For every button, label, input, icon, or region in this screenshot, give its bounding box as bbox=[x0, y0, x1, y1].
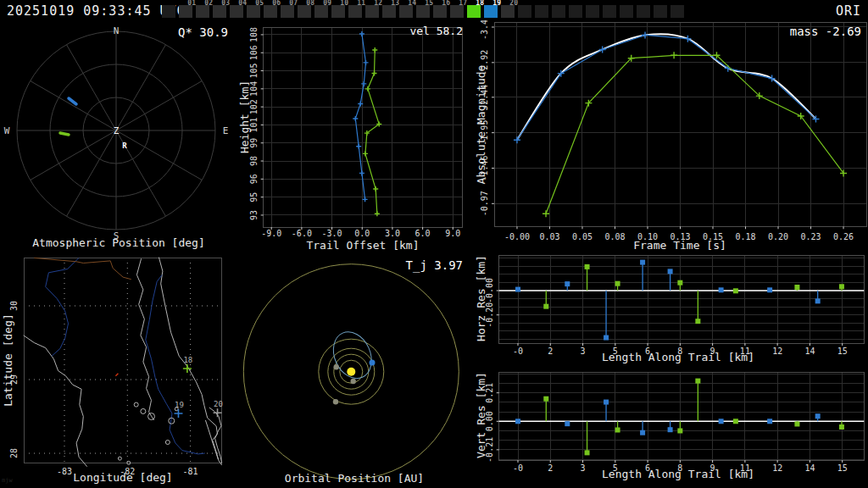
frame-thumb-09[interactable]: 09 bbox=[314, 0, 330, 20]
frame-box bbox=[348, 5, 362, 18]
frame-thumb-11[interactable]: 11 bbox=[348, 0, 364, 20]
frame-box bbox=[264, 5, 277, 18]
coastline-0 bbox=[24, 336, 87, 467]
coastline-3 bbox=[209, 408, 222, 463]
frame-thumb-10[interactable]: 10 bbox=[331, 0, 347, 20]
frame-thumb-06[interactable]: 06 bbox=[264, 0, 279, 20]
tisserand-annotation: T_j 3.97 bbox=[406, 258, 463, 272]
svg-text:6.0: 6.0 bbox=[415, 229, 431, 238]
frame-thumb-02[interactable]: 02 bbox=[196, 0, 211, 20]
frame-thumb-blank bbox=[654, 0, 669, 20]
shower-code: ORI bbox=[836, 3, 861, 19]
svg-text:30: 30 bbox=[9, 301, 19, 311]
svg-text:3: 3 bbox=[581, 347, 586, 356]
frame-number: 01 bbox=[187, 0, 196, 7]
frame-box bbox=[433, 5, 447, 18]
frame-thumb-14[interactable]: 14 bbox=[399, 0, 415, 20]
svg-text:14: 14 bbox=[804, 463, 815, 473]
mass-annotation: mass -2.69 bbox=[790, 25, 861, 38]
planet bbox=[333, 399, 338, 404]
svg-text:-3.41: -3.41 bbox=[480, 20, 489, 40]
frame-thumb-15[interactable]: 15 bbox=[416, 0, 431, 20]
frame-thumb-blank bbox=[620, 0, 635, 20]
radiant-label: R bbox=[122, 141, 127, 150]
frame-thumb-18[interactable]: 18 bbox=[467, 0, 482, 20]
frame-thumb-17[interactable]: 17 bbox=[450, 0, 465, 20]
grid bbox=[494, 23, 866, 227]
frame-number: 04 bbox=[238, 0, 247, 7]
frame-box bbox=[281, 5, 294, 18]
frame-thumb-16[interactable]: 16 bbox=[433, 0, 448, 20]
svg-text:9.0: 9.0 bbox=[445, 229, 460, 238]
fit-curve bbox=[517, 34, 816, 140]
svg-text:0.05: 0.05 bbox=[572, 232, 593, 241]
frame-number: 17 bbox=[459, 0, 467, 7]
frame-box bbox=[162, 5, 175, 18]
frame-thumb-blank bbox=[637, 0, 652, 20]
map-ylabel: Latitude [deg] bbox=[2, 313, 14, 407]
lake bbox=[134, 402, 138, 407]
map-xlabel: Longitude [deg] bbox=[73, 471, 172, 484]
east-label: E bbox=[223, 125, 229, 136]
frame-number: 10 bbox=[340, 0, 348, 7]
svg-text:15: 15 bbox=[837, 463, 848, 473]
svg-text:-0.00: -0.00 bbox=[504, 232, 530, 241]
frame-box bbox=[620, 5, 633, 18]
frame-thumb-blank bbox=[518, 0, 533, 20]
river-1 bbox=[146, 274, 205, 454]
frame-number: 02 bbox=[204, 0, 213, 7]
frame-number: 11 bbox=[357, 0, 365, 7]
svg-text:105: 105 bbox=[249, 64, 259, 79]
frame-thumb-01[interactable]: 01 bbox=[179, 0, 194, 20]
svg-text:-6.0: -6.0 bbox=[292, 229, 312, 238]
site-blue-stems bbox=[515, 260, 821, 341]
site-blue-series bbox=[514, 31, 820, 143]
q-value-annotation: Q* 30.9 bbox=[178, 25, 228, 39]
trail-ylabel: Height [km] bbox=[238, 80, 251, 153]
frame-thumb-07[interactable]: 07 bbox=[281, 0, 296, 20]
mag-xlabel: Frame Time [s] bbox=[633, 239, 726, 252]
site-blue-series bbox=[353, 31, 368, 202]
frame-thumb-12[interactable]: 12 bbox=[365, 0, 381, 20]
frame-thumb-13[interactable]: 13 bbox=[382, 0, 398, 20]
magnitude-chart: -0.000.030.050.080.100.130.150.180.200.2… bbox=[475, 20, 868, 254]
zenith-label: Z bbox=[114, 125, 120, 136]
frame-number: 13 bbox=[391, 0, 399, 7]
frame-box bbox=[399, 5, 413, 18]
frame-box bbox=[603, 5, 616, 18]
svg-text:-3.0: -3.0 bbox=[322, 229, 342, 238]
frame-box bbox=[535, 5, 548, 18]
green-meteor-streak bbox=[60, 133, 69, 135]
frame-number: 19 bbox=[492, 0, 501, 7]
frame-box bbox=[179, 5, 192, 18]
frame-marker-label-18: 18 bbox=[183, 356, 192, 364]
mag-ylabel: Absolute Magnitude bbox=[475, 65, 487, 185]
svg-text:2: 2 bbox=[548, 463, 553, 473]
frame-thumb-19[interactable]: 19 bbox=[484, 0, 499, 20]
svg-text:-83: -83 bbox=[57, 467, 72, 476]
frame-thumb-20[interactable]: 20 bbox=[501, 0, 516, 20]
frame-thumb-03[interactable]: 03 bbox=[213, 0, 228, 20]
svg-text:0.20: 0.20 bbox=[768, 232, 788, 241]
svg-text:108: 108 bbox=[249, 27, 259, 42]
frame-thumb-04[interactable]: 04 bbox=[230, 0, 245, 20]
svg-text:3: 3 bbox=[581, 463, 586, 473]
planet bbox=[351, 379, 356, 384]
frame-number: 16 bbox=[442, 0, 450, 7]
velocity-annotation: vel 58.2 bbox=[409, 25, 463, 37]
grid bbox=[264, 27, 462, 227]
frame-thumb-08[interactable]: 08 bbox=[298, 0, 313, 20]
frame-box bbox=[298, 5, 311, 18]
svg-text:0.03: 0.03 bbox=[539, 232, 559, 241]
frame-number: 18 bbox=[476, 0, 484, 7]
meteor-analysis-dashboard: 20251019 09:33:45 UTC 010203040506070809… bbox=[0, 0, 868, 488]
frame-thumb-blank bbox=[552, 0, 567, 20]
frame-box bbox=[331, 5, 345, 18]
grid bbox=[499, 256, 865, 343]
site-green-series bbox=[363, 47, 381, 216]
frame-box bbox=[586, 5, 599, 18]
frame-box bbox=[230, 5, 243, 18]
frame-thumb-05[interactable]: 05 bbox=[247, 0, 262, 20]
svg-text:-0: -0 bbox=[513, 463, 523, 473]
frame-marker-label-20: 20 bbox=[214, 400, 223, 408]
